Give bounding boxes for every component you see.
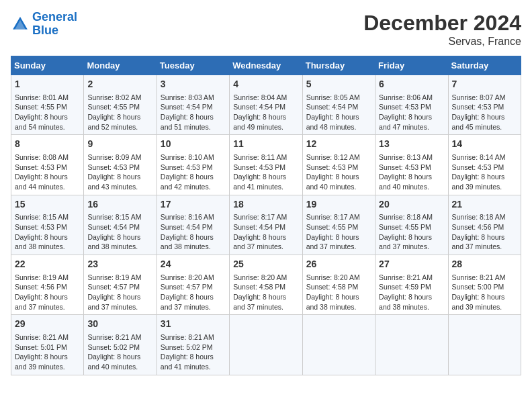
daylight-text: Daylight: 8 hours and 47 minutes. bbox=[379, 113, 432, 131]
calendar-cell: 26 Sunrise: 8:20 AM Sunset: 4:58 PM Dayl… bbox=[302, 255, 375, 315]
header-day: Sunday bbox=[11, 56, 84, 75]
day-number: 18 bbox=[233, 198, 298, 212]
daylight-text: Daylight: 8 hours and 37 minutes. bbox=[379, 233, 432, 251]
daylight-text: Daylight: 8 hours and 39 minutes. bbox=[452, 173, 505, 191]
calendar-cell: 30 Sunrise: 8:21 AM Sunset: 5:02 PM Dayl… bbox=[84, 315, 157, 375]
sunset-text: Sunset: 4:55 PM bbox=[15, 103, 67, 111]
calendar-cell: 12 Sunrise: 8:12 AM Sunset: 4:53 PM Dayl… bbox=[302, 135, 375, 195]
daylight-text: Daylight: 8 hours and 45 minutes. bbox=[452, 113, 505, 131]
sunrise-text: Sunrise: 8:09 AM bbox=[87, 153, 141, 161]
sunrise-text: Sunrise: 8:20 AM bbox=[306, 273, 360, 281]
sunset-text: Sunset: 4:57 PM bbox=[161, 283, 213, 291]
sunrise-text: Sunrise: 8:01 AM bbox=[15, 93, 69, 101]
calendar-cell: 29 Sunrise: 8:21 AM Sunset: 5:01 PM Dayl… bbox=[11, 315, 84, 375]
sunrise-text: Sunrise: 8:20 AM bbox=[233, 273, 287, 281]
calendar-cell: 31 Sunrise: 8:21 AM Sunset: 5:02 PM Dayl… bbox=[157, 315, 229, 375]
calendar-week-row: 8 Sunrise: 8:08 AM Sunset: 4:53 PM Dayli… bbox=[11, 135, 521, 195]
day-number: 31 bbox=[161, 318, 226, 331]
sunset-text: Sunset: 4:57 PM bbox=[87, 283, 140, 291]
calendar-cell: 24 Sunrise: 8:20 AM Sunset: 4:57 PM Dayl… bbox=[157, 255, 229, 315]
sunrise-text: Sunrise: 8:08 AM bbox=[15, 153, 69, 161]
sunset-text: Sunset: 4:55 PM bbox=[306, 223, 359, 231]
calendar-cell: 2 Sunrise: 8:02 AM Sunset: 4:55 PM Dayli… bbox=[84, 75, 157, 135]
day-number: 9 bbox=[87, 138, 152, 151]
daylight-text: Daylight: 8 hours and 38 minutes. bbox=[161, 233, 214, 251]
day-number: 16 bbox=[87, 198, 152, 212]
sunrise-text: Sunrise: 8:13 AM bbox=[379, 153, 433, 161]
calendar-week-row: 22 Sunrise: 8:19 AM Sunset: 4:56 PM Dayl… bbox=[11, 255, 521, 315]
sunrise-text: Sunrise: 8:14 AM bbox=[452, 153, 506, 161]
daylight-text: Daylight: 8 hours and 41 minutes. bbox=[161, 353, 214, 371]
calendar-cell: 3 Sunrise: 8:03 AM Sunset: 4:54 PM Dayli… bbox=[157, 75, 229, 135]
day-number: 5 bbox=[306, 78, 371, 91]
calendar-week-row: 29 Sunrise: 8:21 AM Sunset: 5:01 PM Dayl… bbox=[11, 315, 521, 375]
calendar-cell: 23 Sunrise: 8:19 AM Sunset: 4:57 PM Dayl… bbox=[84, 255, 157, 315]
sunrise-text: Sunrise: 8:12 AM bbox=[306, 153, 360, 161]
daylight-text: Daylight: 8 hours and 43 minutes. bbox=[87, 173, 140, 191]
sunrise-text: Sunrise: 8:21 AM bbox=[15, 333, 69, 341]
day-number: 21 bbox=[452, 198, 517, 212]
calendar-cell: 6 Sunrise: 8:06 AM Sunset: 4:53 PM Dayli… bbox=[375, 75, 448, 135]
daylight-text: Daylight: 8 hours and 40 minutes. bbox=[379, 173, 432, 191]
header-day: Wednesday bbox=[230, 56, 302, 75]
day-number: 4 bbox=[233, 78, 298, 91]
sunset-text: Sunset: 4:58 PM bbox=[306, 283, 359, 291]
page-header: General Blue December 2024 Servas, Franc… bbox=[11, 11, 521, 48]
sunset-text: Sunset: 4:59 PM bbox=[379, 283, 431, 291]
logo-line1: General bbox=[32, 10, 77, 24]
daylight-text: Daylight: 8 hours and 48 minutes. bbox=[306, 113, 359, 131]
sunset-text: Sunset: 4:56 PM bbox=[452, 223, 504, 231]
calendar-cell: 17 Sunrise: 8:16 AM Sunset: 4:54 PM Dayl… bbox=[157, 195, 229, 255]
sunrise-text: Sunrise: 8:06 AM bbox=[379, 93, 433, 101]
sunset-text: Sunset: 4:55 PM bbox=[87, 103, 140, 111]
calendar-subtitle: Servas, France bbox=[363, 36, 521, 48]
calendar-cell: 9 Sunrise: 8:09 AM Sunset: 4:53 PM Dayli… bbox=[84, 135, 157, 195]
sunrise-text: Sunrise: 8:18 AM bbox=[379, 213, 433, 221]
sunset-text: Sunset: 4:53 PM bbox=[452, 103, 504, 111]
calendar-cell: 5 Sunrise: 8:05 AM Sunset: 4:54 PM Dayli… bbox=[302, 75, 375, 135]
calendar-cell: 16 Sunrise: 8:15 AM Sunset: 4:54 PM Dayl… bbox=[84, 195, 157, 255]
calendar-cell bbox=[375, 315, 448, 375]
sunset-text: Sunset: 4:53 PM bbox=[15, 223, 67, 231]
daylight-text: Daylight: 8 hours and 37 minutes. bbox=[15, 293, 68, 311]
daylight-text: Daylight: 8 hours and 54 minutes. bbox=[15, 113, 68, 131]
sunrise-text: Sunrise: 8:04 AM bbox=[233, 93, 287, 101]
calendar-week-row: 1 Sunrise: 8:01 AM Sunset: 4:55 PM Dayli… bbox=[11, 75, 521, 135]
day-number: 27 bbox=[379, 258, 444, 271]
header-day: Monday bbox=[84, 56, 157, 75]
sunrise-text: Sunrise: 8:11 AM bbox=[233, 153, 287, 161]
day-number: 11 bbox=[233, 138, 298, 151]
sunset-text: Sunset: 4:53 PM bbox=[161, 163, 213, 171]
day-number: 17 bbox=[161, 198, 226, 212]
sunset-text: Sunset: 4:53 PM bbox=[306, 163, 359, 171]
daylight-text: Daylight: 8 hours and 39 minutes. bbox=[452, 293, 505, 311]
sunset-text: Sunset: 4:54 PM bbox=[161, 223, 213, 231]
calendar-cell: 28 Sunrise: 8:21 AM Sunset: 5:00 PM Dayl… bbox=[448, 255, 521, 315]
day-number: 14 bbox=[452, 138, 517, 151]
sunrise-text: Sunrise: 8:21 AM bbox=[379, 273, 433, 281]
daylight-text: Daylight: 8 hours and 37 minutes. bbox=[87, 293, 140, 311]
day-number: 24 bbox=[161, 258, 226, 271]
sunrise-text: Sunrise: 8:21 AM bbox=[452, 273, 506, 281]
daylight-text: Daylight: 8 hours and 38 minutes. bbox=[379, 293, 432, 311]
sunset-text: Sunset: 4:54 PM bbox=[233, 223, 285, 231]
day-number: 8 bbox=[15, 138, 80, 151]
sunrise-text: Sunrise: 8:17 AM bbox=[306, 213, 360, 221]
day-number: 13 bbox=[379, 138, 444, 151]
daylight-text: Daylight: 8 hours and 37 minutes. bbox=[233, 293, 286, 311]
daylight-text: Daylight: 8 hours and 42 minutes. bbox=[161, 173, 214, 191]
day-number: 30 bbox=[87, 318, 152, 331]
day-number: 15 bbox=[15, 198, 80, 212]
sunrise-text: Sunrise: 8:19 AM bbox=[15, 273, 69, 281]
calendar-week-row: 15 Sunrise: 8:15 AM Sunset: 4:53 PM Dayl… bbox=[11, 195, 521, 255]
sunset-text: Sunset: 5:02 PM bbox=[87, 343, 140, 351]
sunrise-text: Sunrise: 8:10 AM bbox=[161, 153, 214, 161]
daylight-text: Daylight: 8 hours and 39 minutes. bbox=[15, 353, 68, 371]
header-row: SundayMondayTuesdayWednesdayThursdayFrid… bbox=[11, 56, 521, 75]
day-number: 10 bbox=[161, 138, 226, 151]
calendar-cell: 4 Sunrise: 8:04 AM Sunset: 4:54 PM Dayli… bbox=[230, 75, 302, 135]
daylight-text: Daylight: 8 hours and 38 minutes. bbox=[87, 233, 140, 251]
day-number: 12 bbox=[306, 138, 371, 151]
daylight-text: Daylight: 8 hours and 51 minutes. bbox=[161, 113, 214, 131]
calendar-table: SundayMondayTuesdayWednesdayThursdayFrid… bbox=[11, 56, 521, 375]
